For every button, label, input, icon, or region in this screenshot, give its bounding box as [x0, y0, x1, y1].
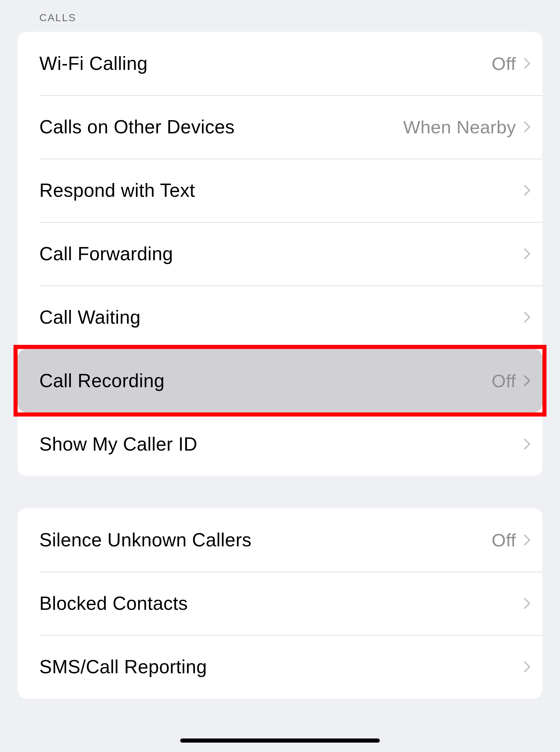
row-label-call-forwarding: Call Forwarding — [39, 243, 173, 265]
settings-group-calls: Wi-Fi Calling Off Calls on Other Devices… — [18, 32, 542, 476]
row-blocked-contacts[interactable]: Blocked Contacts — [18, 572, 542, 635]
row-right — [516, 248, 531, 260]
row-label-wifi-calling: Wi-Fi Calling — [39, 53, 148, 74]
row-respond-with-text[interactable]: Respond with Text — [18, 159, 542, 222]
row-silence-unknown-callers[interactable]: Silence Unknown Callers Off — [18, 508, 542, 572]
chevron-right-icon — [524, 185, 531, 196]
settings-group-calls-2: Silence Unknown Callers Off Blocked Cont… — [18, 508, 542, 698]
row-wifi-calling[interactable]: Wi-Fi Calling Off — [18, 32, 542, 95]
row-value-calls-other-devices: When Nearby — [403, 117, 516, 137]
chevron-right-icon — [524, 661, 531, 673]
row-call-recording[interactable]: Call Recording Off — [18, 349, 542, 412]
row-value-wifi-calling: Off — [492, 53, 516, 74]
row-right — [516, 597, 531, 609]
row-right — [516, 661, 531, 673]
row-label-respond-with-text: Respond with Text — [39, 179, 195, 201]
row-right — [516, 311, 531, 323]
chevron-right-icon — [524, 438, 531, 450]
row-label-call-recording: Call Recording — [39, 370, 165, 391]
section-header-calls: CALLS — [0, 0, 560, 32]
row-right — [516, 438, 531, 450]
row-label-sms-call-reporting: SMS/Call Reporting — [39, 656, 207, 678]
row-right: Off — [492, 370, 531, 391]
row-sms-call-reporting[interactable]: SMS/Call Reporting — [18, 635, 542, 698]
row-call-forwarding[interactable]: Call Forwarding — [18, 222, 542, 286]
row-show-my-caller-id[interactable]: Show My Caller ID — [18, 412, 542, 476]
chevron-right-icon — [524, 248, 531, 260]
settings-phone-calls: CALLS Wi-Fi Calling Off Calls on Other D… — [0, 0, 560, 698]
chevron-right-icon — [524, 121, 531, 133]
row-right — [516, 185, 531, 196]
row-call-waiting[interactable]: Call Waiting — [18, 286, 542, 349]
row-label-calls-other-devices: Calls on Other Devices — [39, 116, 235, 138]
chevron-right-icon — [524, 597, 531, 609]
row-right: Off — [492, 53, 531, 74]
row-label-call-waiting: Call Waiting — [39, 306, 141, 328]
row-label-blocked-contacts: Blocked Contacts — [39, 593, 188, 614]
chevron-right-icon — [524, 534, 531, 546]
chevron-right-icon — [524, 375, 531, 387]
row-label-silence-unknown-callers: Silence Unknown Callers — [39, 529, 252, 551]
row-calls-other-devices[interactable]: Calls on Other Devices When Nearby — [18, 95, 542, 159]
row-value-call-recording: Off — [492, 370, 516, 391]
row-right: Off — [492, 529, 531, 551]
row-right: When Nearby — [403, 117, 531, 137]
row-label-show-my-caller-id: Show My Caller ID — [39, 433, 197, 455]
chevron-right-icon — [524, 58, 531, 69]
row-value-silence-unknown-callers: Off — [492, 529, 516, 551]
chevron-right-icon — [524, 311, 531, 323]
highlight-box: Call Recording Off — [14, 345, 546, 417]
